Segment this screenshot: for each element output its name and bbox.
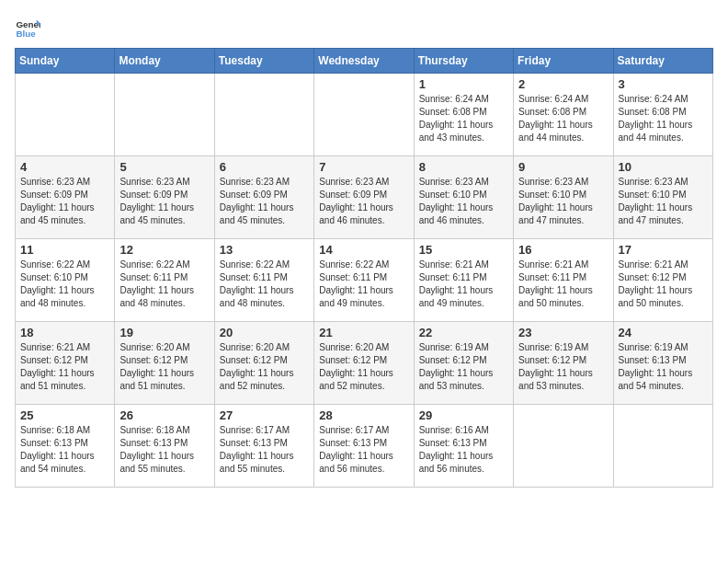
day-number: 7 [319,160,408,174]
day-info: Sunrise: 6:20 AM Sunset: 6:12 PM Dayligh… [319,341,408,393]
page-header: General Blue [15,15,713,40]
calendar-cell: 14Sunrise: 6:22 AM Sunset: 6:11 PM Dayli… [314,239,414,322]
weekday-header-friday: Friday [514,49,613,74]
calendar-cell: 26Sunrise: 6:18 AM Sunset: 6:13 PM Dayli… [115,405,214,488]
day-number: 15 [419,243,508,257]
calendar-cell: 16Sunrise: 6:21 AM Sunset: 6:11 PM Dayli… [514,239,613,322]
day-info: Sunrise: 6:21 AM Sunset: 6:12 PM Dayligh… [619,259,708,310]
day-number: 6 [220,160,309,174]
calendar-cell: 3Sunrise: 6:24 AM Sunset: 6:08 PM Daylig… [613,74,712,156]
logo: General Blue [15,15,40,40]
day-number: 25 [20,408,109,422]
day-info: Sunrise: 6:19 AM Sunset: 6:12 PM Dayligh… [518,341,608,393]
calendar-cell: 17Sunrise: 6:21 AM Sunset: 6:12 PM Dayli… [613,239,712,322]
day-number: 4 [20,160,109,174]
calendar-cell: 1Sunrise: 6:24 AM Sunset: 6:08 PM Daylig… [414,74,513,156]
day-number: 18 [20,326,109,339]
day-number: 21 [319,326,408,339]
day-number: 19 [119,326,209,339]
calendar-cell: 13Sunrise: 6:22 AM Sunset: 6:11 PM Dayli… [214,239,313,322]
day-info: Sunrise: 6:17 AM Sunset: 6:13 PM Dayligh… [319,424,408,476]
calendar-cell: 29Sunrise: 6:16 AM Sunset: 6:13 PM Dayli… [414,405,513,488]
calendar-cell [314,74,414,156]
day-number: 23 [518,326,608,339]
day-info: Sunrise: 6:17 AM Sunset: 6:13 PM Dayligh… [220,424,309,476]
calendar-cell [514,405,613,488]
day-info: Sunrise: 6:18 AM Sunset: 6:13 PM Dayligh… [119,424,209,476]
day-info: Sunrise: 6:21 AM Sunset: 6:11 PM Dayligh… [518,259,608,310]
calendar-cell: 22Sunrise: 6:19 AM Sunset: 6:12 PM Dayli… [414,322,513,405]
day-info: Sunrise: 6:23 AM Sunset: 6:09 PM Dayligh… [220,176,309,227]
day-info: Sunrise: 6:20 AM Sunset: 6:12 PM Dayligh… [119,341,209,393]
calendar-cell: 10Sunrise: 6:23 AM Sunset: 6:10 PM Dayli… [613,156,712,239]
day-info: Sunrise: 6:23 AM Sunset: 6:10 PM Dayligh… [619,176,708,227]
calendar-cell [214,74,313,156]
day-number: 8 [419,160,508,174]
day-info: Sunrise: 6:22 AM Sunset: 6:11 PM Dayligh… [119,259,209,310]
calendar-cell: 6Sunrise: 6:23 AM Sunset: 6:09 PM Daylig… [214,156,313,239]
day-number: 1 [419,77,508,91]
day-number: 5 [119,160,209,174]
day-number: 16 [518,243,608,257]
weekday-header-sunday: Sunday [16,49,115,74]
day-info: Sunrise: 6:23 AM Sunset: 6:09 PM Dayligh… [20,176,109,227]
day-info: Sunrise: 6:18 AM Sunset: 6:13 PM Dayligh… [20,424,109,476]
day-info: Sunrise: 6:22 AM Sunset: 6:11 PM Dayligh… [220,259,309,310]
day-number: 24 [619,326,708,339]
day-number: 12 [119,243,209,257]
weekday-header-monday: Monday [115,49,214,74]
calendar-cell [613,405,712,488]
calendar-cell: 5Sunrise: 6:23 AM Sunset: 6:09 PM Daylig… [115,156,214,239]
calendar-cell: 11Sunrise: 6:22 AM Sunset: 6:10 PM Dayli… [16,239,115,322]
day-number: 10 [619,160,708,174]
day-info: Sunrise: 6:24 AM Sunset: 6:08 PM Dayligh… [518,93,608,144]
weekday-header-saturday: Saturday [613,49,712,74]
calendar-cell: 28Sunrise: 6:17 AM Sunset: 6:13 PM Dayli… [314,405,414,488]
calendar-cell: 27Sunrise: 6:17 AM Sunset: 6:13 PM Dayli… [214,405,313,488]
day-info: Sunrise: 6:23 AM Sunset: 6:10 PM Dayligh… [419,176,508,227]
calendar-cell: 19Sunrise: 6:20 AM Sunset: 6:12 PM Dayli… [115,322,214,405]
day-info: Sunrise: 6:20 AM Sunset: 6:12 PM Dayligh… [220,341,309,393]
day-info: Sunrise: 6:23 AM Sunset: 6:10 PM Dayligh… [518,176,608,227]
day-info: Sunrise: 6:23 AM Sunset: 6:09 PM Dayligh… [119,176,209,227]
calendar-cell: 24Sunrise: 6:19 AM Sunset: 6:13 PM Dayli… [613,322,712,405]
calendar-cell: 23Sunrise: 6:19 AM Sunset: 6:12 PM Dayli… [514,322,613,405]
weekday-header-wednesday: Wednesday [314,49,414,74]
day-info: Sunrise: 6:21 AM Sunset: 6:12 PM Dayligh… [20,341,109,393]
day-number: 9 [518,160,608,174]
day-info: Sunrise: 6:19 AM Sunset: 6:12 PM Dayligh… [419,341,508,393]
logo-icon: General Blue [15,15,40,40]
day-info: Sunrise: 6:16 AM Sunset: 6:13 PM Dayligh… [419,424,508,476]
calendar-cell [16,74,115,156]
day-number: 2 [518,77,608,91]
day-info: Sunrise: 6:24 AM Sunset: 6:08 PM Dayligh… [619,93,708,144]
day-info: Sunrise: 6:24 AM Sunset: 6:08 PM Dayligh… [419,93,508,144]
calendar-cell: 15Sunrise: 6:21 AM Sunset: 6:11 PM Dayli… [414,239,513,322]
calendar-cell: 18Sunrise: 6:21 AM Sunset: 6:12 PM Dayli… [16,322,115,405]
calendar-cell: 21Sunrise: 6:20 AM Sunset: 6:12 PM Dayli… [314,322,414,405]
calendar-cell: 2Sunrise: 6:24 AM Sunset: 6:08 PM Daylig… [514,74,613,156]
day-number: 3 [619,77,708,91]
weekday-header-tuesday: Tuesday [214,49,313,74]
day-info: Sunrise: 6:22 AM Sunset: 6:11 PM Dayligh… [319,259,408,310]
day-number: 28 [319,408,408,422]
day-info: Sunrise: 6:23 AM Sunset: 6:09 PM Dayligh… [319,176,408,227]
weekday-header-thursday: Thursday [414,49,513,74]
day-number: 13 [220,243,309,257]
day-info: Sunrise: 6:19 AM Sunset: 6:13 PM Dayligh… [619,341,708,393]
day-number: 17 [619,243,708,257]
day-number: 26 [119,408,209,422]
calendar-cell: 4Sunrise: 6:23 AM Sunset: 6:09 PM Daylig… [16,156,115,239]
day-info: Sunrise: 6:22 AM Sunset: 6:10 PM Dayligh… [20,259,109,310]
day-number: 20 [220,326,309,339]
calendar-cell: 9Sunrise: 6:23 AM Sunset: 6:10 PM Daylig… [514,156,613,239]
calendar-cell: 12Sunrise: 6:22 AM Sunset: 6:11 PM Dayli… [115,239,214,322]
calendar-table: SundayMondayTuesdayWednesdayThursdayFrid… [15,48,713,488]
day-number: 14 [319,243,408,257]
day-number: 29 [419,408,508,422]
svg-text:Blue: Blue [16,29,36,39]
calendar-cell: 7Sunrise: 6:23 AM Sunset: 6:09 PM Daylig… [314,156,414,239]
calendar-cell: 20Sunrise: 6:20 AM Sunset: 6:12 PM Dayli… [214,322,313,405]
day-number: 11 [20,243,109,257]
day-number: 27 [220,408,309,422]
